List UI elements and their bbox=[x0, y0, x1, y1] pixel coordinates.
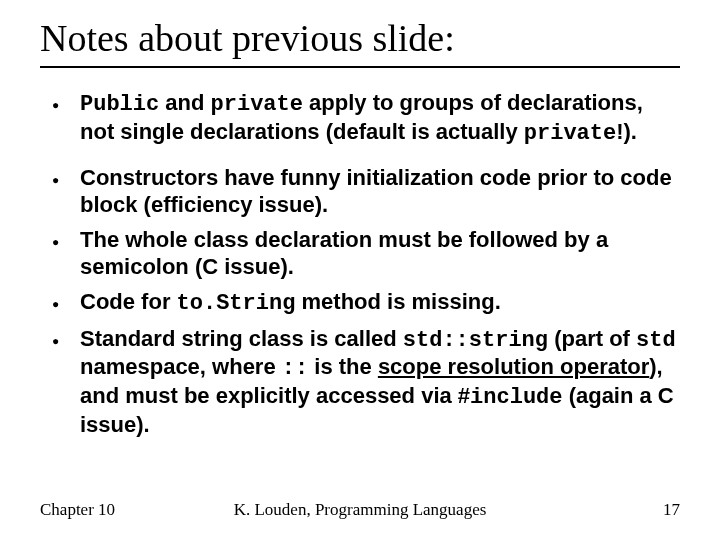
footer-center: K. Louden, Programming Languages bbox=[40, 500, 680, 520]
body-text: Code for bbox=[80, 289, 177, 314]
code-text: Public bbox=[80, 92, 159, 117]
bullet-item: Standard string class is called std::str… bbox=[50, 326, 676, 439]
body-text: !). bbox=[616, 119, 637, 144]
body-text: The whole class declaration must be foll… bbox=[80, 227, 608, 279]
code-text: to.String bbox=[177, 291, 296, 316]
bullet-item: Code for to.String method is missing. bbox=[50, 289, 676, 318]
title-underline bbox=[40, 66, 680, 68]
code-text: :: bbox=[282, 356, 308, 381]
bullet-item: Constructors have funny initialization c… bbox=[50, 165, 676, 219]
code-text: private bbox=[524, 121, 616, 146]
bullet-item: The whole class declaration must be foll… bbox=[50, 227, 676, 281]
body-text: is the bbox=[308, 354, 378, 379]
bullet-item: Public and private apply to groups of de… bbox=[50, 90, 676, 148]
body-text: Constructors have funny initialization c… bbox=[80, 165, 672, 217]
code-text: std::string bbox=[403, 328, 548, 353]
underlined-text: scope resolution operator bbox=[378, 354, 649, 379]
body-text: method is missing. bbox=[295, 289, 500, 314]
slide-footer: Chapter 10 K. Louden, Programming Langua… bbox=[40, 500, 680, 520]
code-text: private bbox=[211, 92, 303, 117]
body-text: Standard string class is called bbox=[80, 326, 403, 351]
slide-title: Notes about previous slide: bbox=[40, 18, 680, 60]
code-text: std bbox=[636, 328, 676, 353]
body-text: and bbox=[159, 90, 210, 115]
body-text: namespace, where bbox=[80, 354, 282, 379]
body-text: (part of bbox=[548, 326, 636, 351]
bullet-list: Public and private apply to groups of de… bbox=[40, 90, 680, 439]
slide: Notes about previous slide: Public and p… bbox=[0, 0, 720, 540]
code-text: include bbox=[470, 385, 562, 410]
